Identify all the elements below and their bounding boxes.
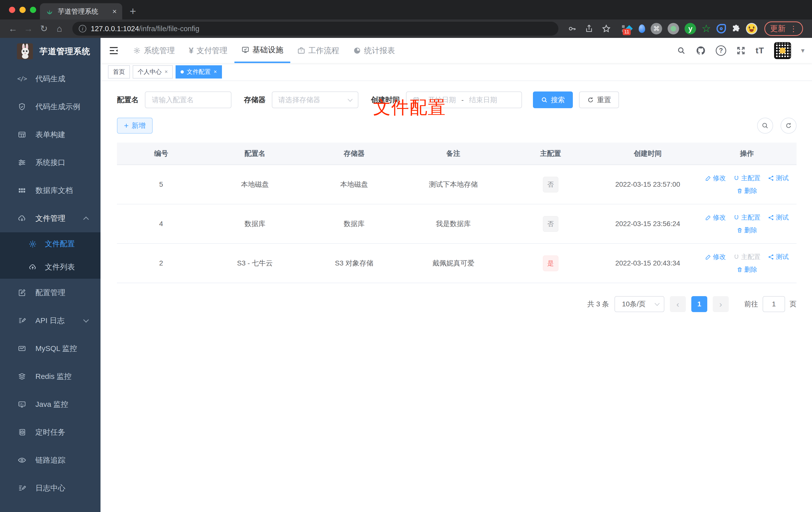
topnav-label: 基础设施	[252, 44, 283, 55]
browser-tab[interactable]: 芋道管理系统 ×	[40, 3, 122, 20]
briefcase-icon	[297, 47, 305, 55]
site-info-icon[interactable]: i	[79, 25, 86, 32]
sidebar-item-code-demo[interactable]: 代码生成示例	[0, 93, 100, 121]
tab-close-icon[interactable]: ×	[112, 7, 117, 16]
sidebar-item-redis-monitor[interactable]: Redis 监控	[0, 362, 100, 390]
sidebar-item-label: 文件管理	[35, 213, 65, 223]
edit-link[interactable]: 修改	[705, 174, 726, 182]
extensions-puzzle-icon[interactable]	[731, 24, 741, 33]
delete-link[interactable]: 删除	[737, 265, 757, 274]
tag-close-icon[interactable]: ×	[165, 68, 168, 75]
password-key-icon[interactable]	[568, 24, 576, 33]
search-icon	[541, 96, 548, 103]
trash-icon	[737, 188, 743, 194]
sidebar-item-file-config[interactable]: 文件配置	[0, 232, 100, 255]
share-icon[interactable]	[585, 24, 593, 33]
prev-page-button[interactable]: ‹	[670, 296, 686, 312]
toggle-search-button[interactable]	[757, 118, 773, 133]
goto-page-input[interactable]	[763, 296, 785, 312]
sidebar-item-label: Redis 监控	[35, 371, 71, 382]
edit-link[interactable]: 修改	[705, 213, 726, 222]
sidebar-item-db-doc[interactable]: 数据库文档	[0, 177, 100, 204]
sidebar-item-code-gen[interactable]: </> 代码生成	[0, 65, 100, 93]
user-caret-icon[interactable]: ▾	[801, 47, 805, 55]
topnav-infra[interactable]: 基础设施	[234, 38, 290, 63]
close-window-button[interactable]	[9, 7, 15, 13]
tag-profile[interactable]: 个人中心 ×	[133, 65, 173, 79]
gear-icon	[133, 47, 141, 55]
user-avatar-qr[interactable]	[774, 42, 791, 59]
help-icon[interactable]: ?	[716, 46, 726, 56]
master-link[interactable]: 主配置	[733, 213, 761, 222]
tag-close-icon[interactable]: ×	[214, 68, 217, 75]
eye-extension-icon[interactable]	[717, 24, 726, 33]
sidebar-item-mysql-monitor[interactable]: MySQL 监控	[0, 334, 100, 362]
sidebar-item-form-builder[interactable]: 表单构建	[0, 121, 100, 149]
github-icon[interactable]	[696, 46, 706, 56]
reset-button[interactable]: 重置	[579, 91, 619, 108]
test-link[interactable]: 测试	[768, 174, 789, 182]
add-button-label: 新增	[132, 121, 146, 130]
topnav-system[interactable]: 系统管理	[126, 38, 182, 63]
date-range-picker[interactable]: 开始日期 - 结束日期	[406, 91, 522, 108]
pinned-extension-icon[interactable]: 11	[620, 22, 633, 35]
page-size-select[interactable]: 10条/页	[614, 296, 664, 312]
master-link[interactable]: 主配置	[733, 174, 761, 182]
star-extension-icon[interactable]: ☆	[701, 24, 711, 34]
sidebar-item-scheduled-jobs[interactable]: 定时任务	[0, 418, 100, 446]
minimize-window-button[interactable]	[20, 7, 26, 13]
tags-view-bar: 首页 个人中心 × 文件配置 ×	[100, 63, 812, 81]
test-link[interactable]: 测试	[768, 252, 789, 261]
name-filter-label: 配置名	[117, 95, 139, 105]
sidebar-item-log-center[interactable]: 日志中心	[0, 474, 100, 502]
sidebar-item-java-monitor[interactable]: Java 监控	[0, 390, 100, 418]
zoom-window-button[interactable]	[30, 7, 36, 13]
forward-icon[interactable]: →	[22, 24, 35, 34]
test-link[interactable]: 测试	[768, 213, 789, 222]
home-icon[interactable]: ⌂	[53, 24, 66, 34]
balloon-extension-icon[interactable]	[639, 24, 645, 33]
dashboard-icon	[353, 47, 361, 55]
storage-select[interactable]: 请选择存储器	[272, 91, 358, 108]
header-search-icon[interactable]	[677, 46, 686, 55]
font-size-icon[interactable]: tT	[756, 46, 764, 55]
bookmark-star-icon[interactable]	[602, 24, 611, 33]
sidebar-item-config-manage[interactable]: 配置管理	[0, 279, 100, 307]
name-filter-input[interactable]	[145, 91, 231, 108]
emoji-extension-icon[interactable]	[746, 23, 757, 34]
edit-link[interactable]: 修改	[705, 252, 726, 261]
new-tab-button[interactable]: +	[130, 5, 136, 18]
address-bar[interactable]: i 127.0.0.1:1024/infra/file/file-config	[72, 22, 558, 36]
next-page-button[interactable]: ›	[713, 296, 729, 312]
command-extension-icon[interactable]: ⌘	[651, 23, 662, 34]
refresh-table-button[interactable]	[781, 118, 796, 133]
y-extension-icon[interactable]: y	[685, 23, 696, 34]
sidebar-item-api-log[interactable]: API 日志	[0, 307, 100, 334]
col-header-id: 编号	[117, 143, 205, 164]
tag-home[interactable]: 首页	[108, 65, 130, 79]
fullscreen-icon[interactable]	[736, 46, 746, 55]
sidebar-item-system-api[interactable]: 系统接口	[0, 149, 100, 177]
delete-link[interactable]: 删除	[737, 226, 757, 235]
tag-file-config[interactable]: 文件配置 ×	[176, 65, 222, 79]
sidebar-item-file-manage[interactable]: 文件管理	[0, 204, 100, 232]
back-icon[interactable]: ←	[6, 24, 20, 34]
sidebar-item-file-list[interactable]: 文件列表	[0, 255, 100, 279]
topnav-label: 系统管理	[144, 46, 175, 56]
search-button[interactable]: 搜索	[533, 91, 573, 108]
topnav-pay[interactable]: ¥ 支付管理	[182, 38, 234, 63]
sidebar-item-tracing[interactable]: 链路追踪	[0, 446, 100, 474]
chrome-update-button[interactable]: 更新 ⋮	[764, 22, 803, 36]
delete-link[interactable]: 删除	[737, 186, 757, 195]
topnav-report[interactable]: 统计报表	[346, 38, 402, 63]
reload-icon[interactable]: ↻	[37, 24, 50, 34]
menu-fold-icon[interactable]	[109, 46, 119, 56]
chrome-menu-dots-icon[interactable]: ⋮	[789, 24, 797, 33]
sidebar-logo[interactable]: 芋道管理系统	[0, 38, 100, 65]
add-button[interactable]: + 新增	[117, 118, 153, 133]
recorder-extension-icon[interactable]	[668, 23, 679, 34]
sidebar-item-label: MySQL 监控	[35, 343, 77, 354]
form-grid-icon	[17, 130, 27, 140]
current-page-button[interactable]: 1	[691, 296, 707, 312]
topnav-workflow[interactable]: 工作流程	[290, 38, 346, 63]
